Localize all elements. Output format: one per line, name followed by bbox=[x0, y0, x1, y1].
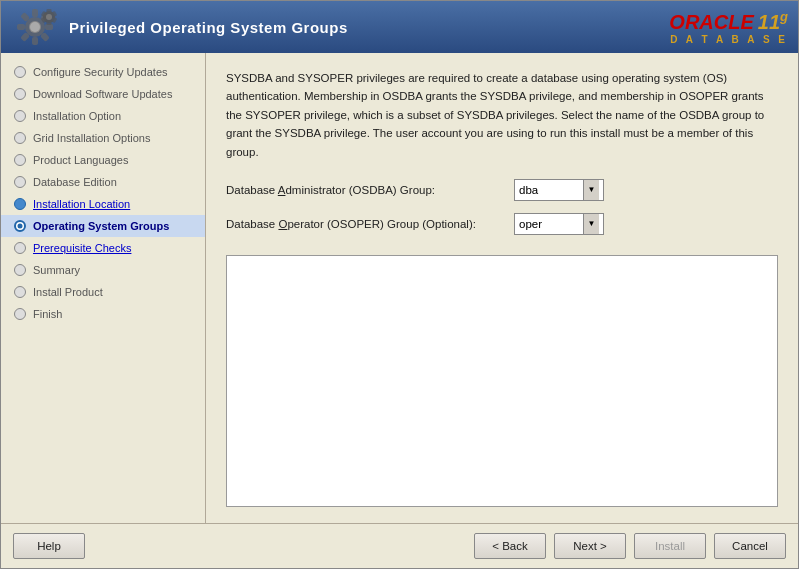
sidebar-item-product-languages: Product Languages bbox=[1, 149, 205, 171]
help-button[interactable]: Help bbox=[13, 533, 85, 559]
sidebar-item-operating-system-groups: Operating System Groups bbox=[1, 215, 205, 237]
sidebar-label-database-edition: Database Edition bbox=[33, 176, 117, 188]
sidebar-label-grid-installation: Grid Installation Options bbox=[33, 132, 150, 144]
step-icon-installation-location bbox=[13, 197, 27, 211]
form-section: Database Administrator (OSDBA) Group: db… bbox=[226, 179, 778, 235]
osdba-group-value: dba bbox=[519, 184, 583, 196]
sidebar-item-install-product: Install Product bbox=[1, 281, 205, 303]
sidebar-label-configure-security: Configure Security Updates bbox=[33, 66, 168, 78]
title-section: Privileged Operating System Groups bbox=[11, 3, 348, 51]
step-icon-download-software bbox=[13, 87, 27, 101]
main-window: Privileged Operating System Groups ORACL… bbox=[0, 0, 799, 569]
sidebar-label-operating-system-groups: Operating System Groups bbox=[33, 220, 169, 232]
osoper-group-row: Database Operator (OSOPER) Group (Option… bbox=[226, 213, 778, 235]
gear-icon bbox=[11, 3, 59, 51]
osdba-group-select[interactable]: dba ▼ bbox=[514, 179, 604, 201]
oracle-logo: ORACLE 11g D A T A B A S E bbox=[669, 9, 788, 45]
svg-rect-2 bbox=[32, 9, 38, 17]
sidebar-label-installation-location: Installation Location bbox=[33, 198, 130, 210]
step-icon-configure-security bbox=[13, 65, 27, 79]
sidebar-item-installation-location[interactable]: Installation Location bbox=[1, 193, 205, 215]
footer: Help < Back Next > Install Cancel bbox=[1, 523, 798, 568]
install-button[interactable]: Install bbox=[634, 533, 706, 559]
osdba-underline-a: A bbox=[278, 184, 286, 196]
sidebar-label-summary: Summary bbox=[33, 264, 80, 276]
step-icon-prerequisite-checks bbox=[13, 241, 27, 255]
sidebar-label-product-languages: Product Languages bbox=[33, 154, 128, 166]
step-icon-operating-system-groups bbox=[13, 219, 27, 233]
sidebar-label-installation-option: Installation Option bbox=[33, 110, 121, 122]
log-area bbox=[226, 255, 778, 507]
osdba-group-row: Database Administrator (OSDBA) Group: db… bbox=[226, 179, 778, 201]
next-button[interactable]: Next > bbox=[554, 533, 626, 559]
main-content: Configure Security Updates Download Soft… bbox=[1, 53, 798, 523]
osoper-group-select[interactable]: oper ▼ bbox=[514, 213, 604, 235]
sidebar-label-install-product: Install Product bbox=[33, 286, 103, 298]
svg-rect-12 bbox=[47, 9, 52, 14]
step-icon-database-edition bbox=[13, 175, 27, 189]
window-title: Privileged Operating System Groups bbox=[69, 19, 348, 36]
step-icon-summary bbox=[13, 263, 27, 277]
sidebar-item-installation-option: Installation Option bbox=[1, 105, 205, 127]
osoper-group-label: Database Operator (OSOPER) Group (Option… bbox=[226, 218, 506, 230]
svg-rect-8 bbox=[17, 24, 25, 30]
sidebar-label-finish: Finish bbox=[33, 308, 62, 320]
description-text: SYSDBA and SYSOPER privileges are requir… bbox=[226, 69, 778, 161]
osoper-underline-o: O bbox=[278, 218, 287, 230]
oracle-version: 11g bbox=[758, 9, 788, 34]
svg-point-18 bbox=[46, 14, 52, 20]
step-icon-finish bbox=[13, 307, 27, 321]
step-icon-grid-installation bbox=[13, 131, 27, 145]
back-button[interactable]: < Back bbox=[474, 533, 546, 559]
sidebar-label-prerequisite-checks: Prerequisite Checks bbox=[33, 242, 131, 254]
svg-rect-6 bbox=[32, 37, 38, 45]
osdba-group-label: Database Administrator (OSDBA) Group: bbox=[226, 184, 506, 196]
osoper-group-dropdown-arrow[interactable]: ▼ bbox=[583, 214, 599, 234]
osdba-group-dropdown-arrow[interactable]: ▼ bbox=[583, 180, 599, 200]
right-panel: SYSDBA and SYSOPER privileges are requir… bbox=[206, 53, 798, 523]
step-icon-product-languages bbox=[13, 153, 27, 167]
sidebar-label-download-software: Download Software Updates bbox=[33, 88, 172, 100]
sidebar-item-grid-installation: Grid Installation Options bbox=[1, 127, 205, 149]
cancel-button[interactable]: Cancel bbox=[714, 533, 786, 559]
oracle-subtitle: D A T A B A S E bbox=[670, 34, 788, 45]
osoper-group-value: oper bbox=[519, 218, 583, 230]
sidebar-item-download-software: Download Software Updates bbox=[1, 83, 205, 105]
sidebar-item-summary: Summary bbox=[1, 259, 205, 281]
sidebar: Configure Security Updates Download Soft… bbox=[1, 53, 206, 523]
sidebar-item-database-edition: Database Edition bbox=[1, 171, 205, 193]
svg-point-10 bbox=[30, 22, 40, 32]
oracle-brand: ORACLE bbox=[669, 11, 753, 34]
step-icon-install-product bbox=[13, 285, 27, 299]
sidebar-item-prerequisite-checks[interactable]: Prerequisite Checks bbox=[1, 237, 205, 259]
title-bar: Privileged Operating System Groups ORACL… bbox=[1, 1, 798, 53]
footer-left: Help bbox=[13, 533, 85, 559]
sidebar-item-configure-security: Configure Security Updates bbox=[1, 61, 205, 83]
step-icon-installation-option bbox=[13, 109, 27, 123]
sidebar-item-finish: Finish bbox=[1, 303, 205, 325]
svg-rect-15 bbox=[47, 20, 52, 25]
footer-right: < Back Next > Install Cancel bbox=[474, 533, 786, 559]
